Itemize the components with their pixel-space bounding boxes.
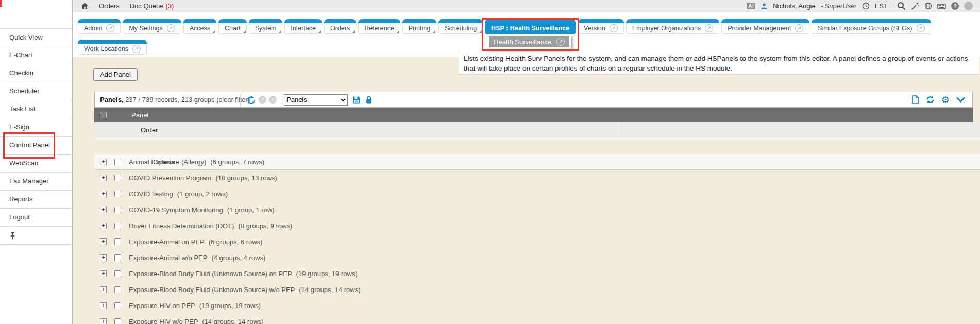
expand-icon[interactable]: +	[100, 302, 107, 309]
nav-orders-link[interactable]: Orders	[99, 2, 120, 10]
sidebar-item-fax-manager[interactable]: Fax Manager	[0, 173, 72, 191]
gear-icon[interactable]: ⚙	[941, 95, 950, 105]
tab-reference[interactable]: Reference	[358, 19, 400, 34]
expand-icon[interactable]: +	[100, 286, 107, 293]
tab-access[interactable]: Access	[183, 19, 216, 34]
panel-name[interactable]: Exposure-HIV on PEP	[129, 302, 195, 310]
row-checkbox[interactable]	[114, 270, 121, 277]
external-link-icon[interactable]: ↗	[167, 24, 175, 32]
subheader-order-label: Order	[94, 126, 158, 134]
row-checkbox[interactable]	[114, 191, 121, 197]
expand-icon[interactable]: +	[100, 159, 107, 165]
external-link-icon[interactable]: ↗	[705, 24, 713, 32]
panel-name[interactable]: Driver Fitness Determination (DOT)	[129, 222, 234, 230]
annotation-corner-mark	[0, 0, 2, 7]
external-link-icon[interactable]: ↗	[917, 24, 925, 32]
panel-name[interactable]: Exposure-Animal w/o PEP	[129, 254, 207, 262]
undo-icon[interactable]	[247, 95, 256, 105]
tab-printing[interactable]: Printing	[402, 19, 436, 34]
select-all-checkbox[interactable]	[100, 112, 107, 118]
external-link-icon[interactable]: ↗	[556, 38, 565, 46]
add-panel-button[interactable]: Add Panel	[93, 68, 138, 81]
tab-chart[interactable]: Chart	[218, 19, 247, 34]
lock-icon[interactable]	[365, 96, 373, 104]
new-document-icon[interactable]	[911, 95, 919, 104]
expand-icon[interactable]: +	[100, 207, 107, 213]
sidebar-item-control-panel[interactable]: Control Panel	[0, 137, 72, 155]
tab-scheduling[interactable]: Scheduling	[438, 19, 483, 34]
expand-icon[interactable]: +	[100, 254, 107, 261]
row-checkbox[interactable]	[114, 238, 121, 245]
external-link-icon[interactable]: ↗	[132, 45, 141, 53]
external-link-icon[interactable]: ↗	[106, 24, 114, 32]
tab-row-2: Work Locations↗	[78, 40, 147, 55]
tab-system[interactable]: System	[249, 19, 283, 34]
tab-work-locations[interactable]: Work Locations↗	[78, 40, 147, 55]
row-checkbox[interactable]	[114, 175, 121, 181]
help-icon[interactable]: ?	[951, 2, 959, 10]
expand-icon[interactable]: +	[100, 191, 107, 197]
magic-wand-icon[interactable]	[911, 2, 919, 10]
sidebar-item-reports[interactable]: Reports	[0, 191, 72, 209]
row-checkbox[interactable]	[114, 254, 121, 261]
nav-doc-queue-link[interactable]: Doc Queue(3)	[130, 2, 174, 10]
expand-icon[interactable]: +	[100, 238, 107, 245]
sidebar-item-checkin[interactable]: Checkin	[0, 64, 72, 82]
panel-name[interactable]: Exposure-Animal on PEP	[129, 238, 205, 246]
row-checkbox[interactable]	[114, 286, 121, 293]
expand-icon[interactable]: +	[100, 223, 107, 229]
clear-filter-link[interactable]: (clear filter)	[216, 96, 250, 104]
user-name[interactable]: Nichols, Angie	[773, 2, 815, 10]
chevron-down-icon[interactable]	[956, 97, 965, 103]
sidebar-item-scheduler[interactable]: Scheduler	[0, 82, 72, 100]
sidebar-item-logout[interactable]: Logout	[0, 209, 72, 227]
menu-item-health-surveillance[interactable]: Health Surveillance ↗	[489, 36, 569, 47]
panel-name[interactable]: Exposure-Blood Body Fluid (Unknown Sourc…	[129, 286, 295, 294]
view-select[interactable]: Panels	[284, 94, 348, 106]
nav-prev-icon[interactable]: ‹	[259, 96, 266, 104]
sidebar-item-webscan[interactable]: WebScan	[0, 155, 72, 173]
panel-name[interactable]: COVID Prevention Program	[129, 174, 211, 182]
expand-icon[interactable]: +	[100, 175, 107, 181]
dropdown-corner-icon	[279, 30, 281, 33]
sidebar-item-task-list[interactable]: Task List	[0, 100, 72, 118]
sidebar-item-e-chart[interactable]: E-Chart	[0, 46, 72, 64]
sidebar-item-e-sign[interactable]: E-Sign	[0, 118, 72, 137]
tab-orders[interactable]: Orders	[324, 19, 356, 34]
expand-icon[interactable]: +	[100, 318, 107, 324]
row-checkbox[interactable]	[114, 207, 121, 213]
tab-interface[interactable]: Interface	[284, 19, 322, 34]
tab-employer-organizations[interactable]: Employer Organizations↗	[626, 19, 719, 34]
expand-icon[interactable]: +	[100, 270, 107, 277]
panel-name[interactable]: COVID-19 Symptom Monitoring	[129, 206, 223, 214]
tab-version[interactable]: Version↗	[578, 19, 624, 34]
tab-provider-management[interactable]: Provider Management↗	[721, 19, 809, 34]
globe-icon[interactable]	[924, 2, 932, 10]
panel-name[interactable]: Exposure-Blood Body Fluid (Unknown Sourc…	[129, 270, 292, 278]
panel-name[interactable]: COVID Testing	[129, 190, 173, 198]
save-icon[interactable]	[352, 96, 361, 104]
tab-label: My Settings	[129, 25, 162, 32]
search-icon[interactable]	[897, 2, 906, 10]
row-checkbox[interactable]	[114, 159, 121, 165]
panel-name[interactable]: Exposure-HIV w/o PEP	[129, 318, 198, 324]
row-checkbox[interactable]	[114, 302, 121, 309]
external-link-icon[interactable]: ↗	[610, 24, 618, 32]
panel-name[interactable]: Animal Exposure (Allergy)	[129, 158, 206, 166]
pin-icon[interactable]	[9, 232, 16, 240]
keyboard-icon[interactable]	[937, 3, 946, 10]
row-checkbox[interactable]	[114, 223, 121, 229]
external-link-icon[interactable]: ↗	[795, 24, 803, 32]
sidebar-item-quick-view[interactable]: Quick View	[0, 28, 72, 46]
tab-my-settings[interactable]: My Settings↗	[123, 19, 181, 34]
refresh-icon[interactable]	[926, 95, 935, 104]
tab-hsp-health-surveillance[interactable]: HSP : Health Surveillance	[485, 19, 576, 34]
tab-label: Scheduling	[445, 25, 477, 32]
nav-next-icon[interactable]: ›	[269, 96, 277, 104]
home-icon[interactable]	[81, 2, 89, 10]
row-checkbox[interactable]	[114, 318, 121, 324]
dropdown-corner-icon	[479, 30, 482, 33]
tab-similar-exposure-groups-segs[interactable]: Similar Exposure Groups (SEGs)↗	[812, 19, 931, 34]
tab-admin[interactable]: Admin↗	[78, 19, 121, 34]
tab-label: Employer Organizations	[632, 25, 701, 32]
